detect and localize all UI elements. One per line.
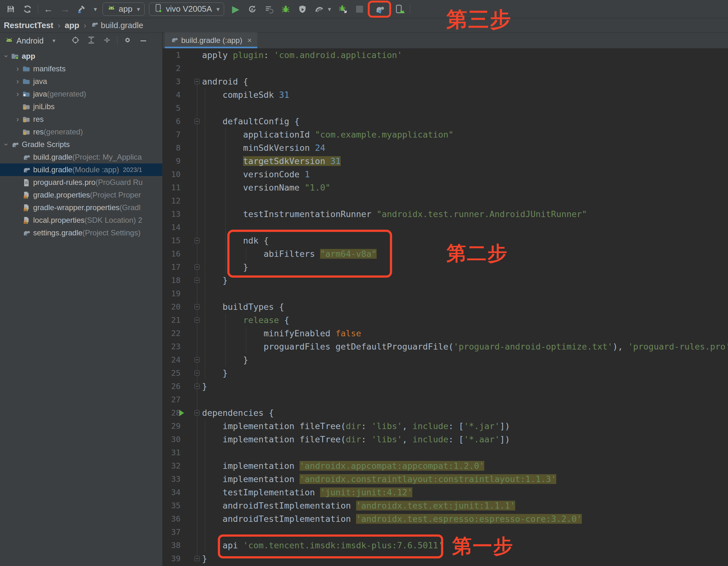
code-line-6[interactable]: 6 defaultConfig { — [163, 115, 728, 128]
code-line-27[interactable]: 27 — [163, 393, 728, 406]
code-line-33[interactable]: 33 implementation 'androidx.constraintla… — [163, 473, 728, 486]
tree-item-build-gradle[interactable]: build.gradle (Module :app)2023/1 — [0, 164, 162, 176]
forward-button[interactable]: → — [59, 3, 71, 15]
chevron-down-icon[interactable]: › — [2, 140, 11, 149]
code-line-20[interactable]: 20 buildTypes { — [163, 300, 728, 313]
chevron-right-icon[interactable]: › — [13, 90, 22, 98]
project-view-selector[interactable]: Android — [16, 36, 44, 45]
fold-marker-down[interactable] — [194, 79, 200, 84]
run-button[interactable]: ▶ — [229, 3, 242, 15]
code-line-1[interactable]: 1apply plugin: 'com.android.application' — [163, 49, 728, 62]
run-configuration-select[interactable]: app ▾ — [103, 3, 145, 16]
chevron-down-icon[interactable]: ▾ — [52, 37, 55, 44]
chevron-down-icon[interactable]: › — [2, 52, 11, 61]
code-line-31[interactable]: 31 — [163, 446, 728, 459]
stop-button[interactable] — [353, 3, 366, 15]
gradle-sync-button[interactable] — [373, 3, 386, 15]
fold-marker-down[interactable] — [194, 317, 200, 323]
code-editor[interactable]: 1apply plugin: 'com.android.application'… — [163, 49, 728, 566]
fold-marker-down[interactable] — [194, 304, 200, 309]
tree-item-manifests[interactable]: ›manifests — [0, 63, 162, 75]
fold-marker-up[interactable] — [194, 357, 200, 362]
device-manager-button[interactable] — [393, 3, 406, 15]
fold-marker-up[interactable] — [194, 556, 200, 561]
fold-marker-up[interactable] — [194, 384, 200, 389]
code-line-25[interactable]: 25 } — [163, 366, 728, 380]
build-options-chevron[interactable]: ▾ — [92, 5, 98, 13]
fold-marker-up[interactable] — [194, 278, 200, 283]
code-line-4[interactable]: 4 compileSdk 31 — [163, 88, 728, 102]
expand-all-button[interactable] — [86, 35, 97, 46]
attach-debugger-button[interactable] — [337, 3, 349, 15]
tree-item-gradle-scripts[interactable]: ›Gradle Scripts — [0, 138, 162, 151]
code-line-28[interactable]: 28dependencies { — [163, 406, 728, 420]
breadcrumb-module[interactable]: app — [65, 21, 79, 30]
code-line-19[interactable]: 19 — [163, 287, 728, 300]
attach-debugger-icon — [338, 4, 348, 14]
code-line-13[interactable]: 13 testInstrumentationRunner "androidx.t… — [163, 208, 728, 221]
chevron-right-icon[interactable]: › — [13, 115, 22, 124]
code-line-3[interactable]: 3android { — [163, 75, 728, 88]
tree-item-res[interactable]: res (generated) — [0, 126, 162, 138]
code-line-26[interactable]: 26} — [163, 380, 728, 393]
tree-item-java[interactable]: ›java (generated) — [0, 88, 162, 100]
hide-panel-button[interactable] — [138, 35, 149, 46]
code-line-8[interactable]: 8 minSdkVersion 24 — [163, 141, 728, 155]
panel-settings-button[interactable] — [122, 35, 133, 46]
debug-button[interactable] — [279, 3, 292, 15]
tree-item-app[interactable]: ›app — [0, 50, 162, 63]
code-line-10[interactable]: 10 versionCode 1 — [163, 168, 728, 181]
code-line-12[interactable]: 12 — [163, 194, 728, 208]
fold-marker-down[interactable] — [194, 238, 200, 243]
gutter: 15 — [163, 234, 202, 247]
breadcrumb-file[interactable]: build.gradle — [101, 21, 143, 30]
tab-build-gradle-app[interactable]: build.gradle (:app) × — [165, 33, 257, 48]
code-line-2[interactable]: 2 — [163, 62, 728, 75]
tree-item-gradle-wrapper-properties[interactable]: gradle-wrapper.properties (Gradl — [0, 201, 162, 214]
apply-code-changes-button[interactable] — [263, 3, 275, 15]
tree-item-build-gradle[interactable]: build.gradle (Project: My_Applica — [0, 151, 162, 164]
code-line-24[interactable]: 24 } — [163, 353, 728, 366]
restart-activity-button[interactable]: A — [246, 3, 259, 15]
breadcrumb-project[interactable]: RestructTest — [4, 21, 53, 30]
coverage-options-chevron[interactable]: ▾ — [326, 5, 332, 13]
gutter: 25 — [163, 366, 202, 380]
tree-item-res[interactable]: ›res — [0, 113, 162, 126]
fold-marker-down[interactable] — [194, 410, 200, 415]
code-line-36[interactable]: 36 androidTestImplementation 'androidx.t… — [163, 512, 728, 526]
tree-item-local-properties[interactable]: local.properties (SDK Location) 2 — [0, 214, 162, 227]
code-line-30[interactable]: 30 implementation fileTree(dir: 'libs', … — [163, 433, 728, 446]
device-select[interactable]: vivo V2005A ▾ — [149, 3, 224, 16]
tree-item-proguard-rules-pro[interactable]: proguard-rules.pro (ProGuard Ru — [0, 176, 162, 189]
code-line-29[interactable]: 29 implementation fileTree(dir: 'libs', … — [163, 420, 728, 433]
locate-file-button[interactable] — [70, 35, 81, 46]
tree-item-settings-gradle[interactable]: settings.gradle (Project Settings) — [0, 227, 162, 239]
code-line-34[interactable]: 34 testImplementation 'junit:junit:4.12' — [163, 486, 728, 499]
fold-marker-down[interactable] — [194, 119, 200, 124]
code-line-35[interactable]: 35 androidTestImplementation 'androidx.t… — [163, 499, 728, 512]
code-line-5[interactable]: 5 — [163, 102, 728, 115]
code-line-21[interactable]: 21 release { — [163, 313, 728, 327]
back-button[interactable]: ← — [42, 3, 55, 15]
close-tab-icon[interactable]: × — [247, 36, 252, 45]
fold-marker-up[interactable] — [194, 265, 200, 270]
profile-button[interactable] — [296, 3, 309, 15]
tree-item-java[interactable]: ›java — [0, 75, 162, 88]
code-line-23[interactable]: 23 proguardFiles getDefaultProguardFile(… — [163, 340, 728, 353]
chevron-right-icon[interactable]: › — [13, 77, 22, 86]
code-line-32[interactable]: 32 implementation 'androidx.appcompat:ap… — [163, 459, 728, 473]
sync-files-button[interactable] — [21, 3, 34, 15]
tree-item-gradle-properties[interactable]: gradle.properties (Project Proper — [0, 189, 162, 201]
build-project-button[interactable] — [75, 3, 88, 15]
code-line-22[interactable]: 22 minifyEnabled false — [163, 327, 728, 340]
code-line-9[interactable]: 9 targetSdkVersion 31 — [163, 155, 728, 168]
tree-item-jnilibs[interactable]: jniLibs — [0, 100, 162, 113]
chevron-right-icon[interactable]: › — [13, 64, 22, 73]
coverage-button[interactable] — [313, 3, 325, 15]
code-line-11[interactable]: 11 versionName "1.0" — [163, 181, 728, 194]
code-line-7[interactable]: 7 applicationId "com.example.myapplicati… — [163, 128, 728, 141]
collapse-all-button[interactable] — [101, 35, 113, 46]
run-gutter-icon[interactable] — [179, 410, 184, 416]
save-all-button[interactable] — [4, 3, 17, 15]
fold-marker-up[interactable] — [194, 370, 200, 376]
